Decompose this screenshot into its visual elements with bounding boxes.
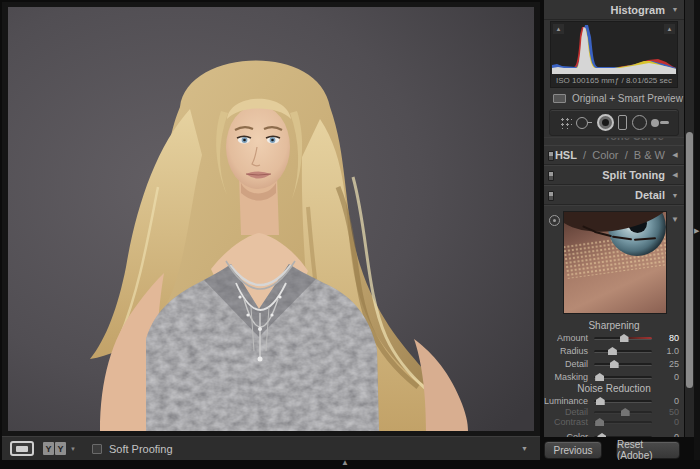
masking-value[interactable]: 0	[660, 372, 684, 382]
smart-preview-label: Original + Smart Preview	[572, 93, 683, 104]
crop-overlay-tool-button[interactable]	[559, 113, 572, 133]
nr-detail-slider-thumb[interactable]	[621, 408, 630, 416]
amount-label: Amount	[544, 333, 594, 343]
crop-overlay-icon	[559, 116, 572, 129]
nr-contrast-slider[interactable]	[594, 416, 652, 428]
detail-zoom-target-button[interactable]	[549, 215, 560, 226]
nr-contrast-slider-row: Contrast 0	[544, 416, 684, 428]
nr-contrast-slider-thumb[interactable]	[595, 418, 604, 426]
photo-stage	[2, 2, 540, 436]
color-slider-thumb[interactable]	[597, 433, 606, 437]
detail-slider[interactable]	[594, 358, 652, 370]
detail-title: Detail	[635, 189, 665, 201]
masking-slider-row: Masking 0	[544, 371, 684, 383]
right-panel: Histogram ▼ ▲ ▲ ISO 100 165 mm ƒ / 8.0 1…	[544, 0, 684, 437]
panel-reveal-right-icon[interactable]: ▶	[694, 227, 699, 235]
detail-slider-track[interactable]	[594, 363, 652, 366]
hsl-tab[interactable]: HSL	[555, 149, 577, 161]
color-tab[interactable]: Color	[592, 149, 618, 161]
luminance-value[interactable]: 0	[660, 396, 684, 406]
panel-scrollbar-thumb[interactable]	[686, 132, 693, 388]
previous-button[interactable]: Previous	[544, 441, 602, 459]
hsl-panel-header[interactable]: HSL / Color / B & W ◀	[544, 145, 684, 165]
split-toning-panel-header[interactable]: Split Toning ◀	[544, 165, 684, 185]
amount-value[interactable]: 80	[660, 333, 684, 343]
radius-slider-track[interactable]	[594, 350, 652, 353]
radius-label: Radius	[544, 346, 594, 356]
radius-slider-row: Radius 1.0	[544, 345, 684, 357]
before-after-dropdown-icon[interactable]: ▼	[70, 446, 76, 452]
color-value[interactable]: 0	[660, 432, 684, 437]
adjustment-brush-tool-button[interactable]	[651, 113, 669, 133]
detail-label: Detail	[544, 359, 594, 369]
toolbar-dropdown-icon[interactable]: ▼	[517, 443, 532, 454]
amount-slider-row: Amount 80	[544, 332, 684, 344]
smart-preview-status[interactable]: Original + Smart Preview	[544, 90, 684, 107]
color-slider-row: Color 0	[544, 431, 684, 437]
detail-panel-content: ▼ Sharpening Amount 80 Radius 1.0	[544, 205, 684, 437]
exif-focal-length: 165 mm	[586, 76, 615, 85]
filmstrip-reveal-icon[interactable]: ▲	[341, 458, 349, 467]
histogram-plot	[552, 23, 676, 74]
split-toning-collapsed-icon: ◀	[671, 171, 679, 179]
radial-filter-tool-button[interactable]	[632, 113, 647, 133]
hsl-panel-toggle[interactable]	[548, 151, 554, 161]
lightroom-develop-window: Y Y ▼ Soft Proofing ▼ Histogram ▼ ▲ ▲ IS…	[0, 0, 700, 469]
masking-slider[interactable]	[594, 371, 652, 383]
masking-label: Masking	[544, 372, 594, 382]
detail-value[interactable]: 25	[660, 359, 684, 369]
reset-button[interactable]: Reset (Adobe)	[616, 441, 680, 459]
amount-slider-thumb[interactable]	[620, 334, 629, 342]
portrait-photo	[8, 7, 534, 431]
graduated-filter-tool-button[interactable]	[618, 113, 627, 133]
histogram-expanded-icon: ▼	[671, 6, 679, 13]
tone-curve-title: Tone Curve	[604, 137, 664, 142]
noise-reduction-section-title: Noise Reduction	[544, 383, 684, 394]
photo-preview[interactable]	[8, 7, 534, 431]
detail-panel-toggle[interactable]	[548, 191, 554, 201]
radius-value[interactable]: 1.0	[660, 346, 684, 356]
exif-iso: ISO 100	[556, 76, 585, 85]
sharpening-section-title: Sharpening	[544, 320, 684, 331]
adjustment-brush-icon-bar	[660, 121, 669, 124]
detail-expanded-icon: ▼	[671, 192, 679, 199]
soft-proofing-checkbox[interactable]	[92, 444, 102, 454]
spot-removal-tool-button[interactable]	[576, 113, 592, 133]
loupe-view-button[interactable]	[10, 441, 34, 456]
detail-slider-thumb[interactable]	[610, 360, 619, 368]
red-eye-tool-button[interactable]	[597, 113, 614, 133]
radius-slider-thumb[interactable]	[608, 347, 617, 355]
nr-contrast-value[interactable]: 0	[660, 417, 684, 427]
panel-scrollbar[interactable]	[685, 0, 694, 437]
detail-zoom-preview[interactable]	[563, 211, 667, 314]
before-after-view-button[interactable]: Y Y	[43, 442, 66, 455]
split-toning-title: Split Toning	[602, 169, 665, 181]
color-slider[interactable]	[594, 431, 652, 437]
exif-readout: ISO 100 165 mm ƒ / 8.0 1/625 sec	[551, 76, 677, 85]
exif-shutter: 1/625 sec	[637, 76, 672, 85]
graduated-filter-icon	[618, 115, 627, 130]
loupe-view-icon	[16, 446, 28, 452]
bottom-strip	[0, 460, 700, 469]
radial-filter-icon	[632, 115, 647, 130]
masking-slider-thumb[interactable]	[595, 373, 604, 381]
bw-tab[interactable]: B & W	[634, 149, 665, 161]
detail-panel-header[interactable]: Detail ▼	[544, 185, 684, 205]
amount-slider[interactable]	[594, 332, 652, 344]
before-after-y-icon: Y	[43, 442, 54, 455]
radius-slider[interactable]	[594, 345, 652, 357]
histogram-panel-header[interactable]: Histogram ▼	[544, 0, 684, 20]
exif-aperture: ƒ / 8.0	[615, 76, 637, 85]
tool-strip	[549, 109, 679, 136]
red-eye-icon-pupil	[602, 119, 609, 126]
hsl-collapsed-icon: ◀	[671, 151, 679, 159]
adjustment-brush-icon	[651, 119, 659, 127]
spot-removal-icon-tail	[588, 122, 592, 124]
luminance-label: Luminance	[544, 396, 594, 406]
view-toolbar: Y Y ▼ Soft Proofing ▼	[2, 436, 540, 460]
tone-curve-panel-header[interactable]: Tone Curve	[544, 137, 684, 145]
detail-preview-collapse-icon[interactable]: ▼	[671, 215, 679, 224]
split-toning-panel-toggle[interactable]	[548, 171, 554, 181]
luminance-slider-thumb[interactable]	[596, 397, 605, 405]
histogram-display[interactable]: ▲ ▲ ISO 100 165 mm ƒ / 8.0 1/625 sec	[550, 21, 678, 88]
